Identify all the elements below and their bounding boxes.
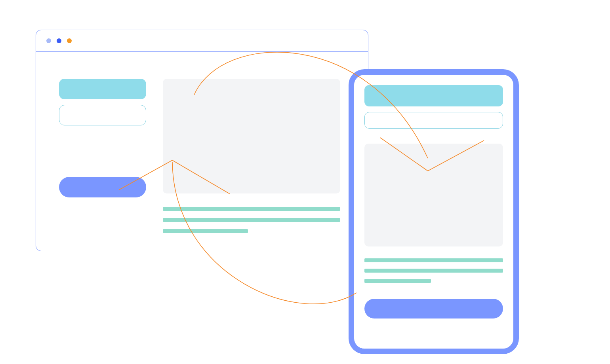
mobile-body — [354, 75, 513, 349]
mobile-cta-button — [364, 299, 503, 318]
text-line — [364, 258, 503, 262]
browser-titlebar — [36, 30, 368, 52]
text-line — [163, 218, 340, 222]
traffic-light-maximize-icon — [67, 38, 72, 43]
browser-cta-button — [59, 177, 146, 197]
browser-hero-block — [163, 79, 340, 193]
browser-sidebar — [59, 79, 146, 197]
browser-text-lines — [163, 207, 340, 233]
browser-body — [36, 52, 368, 251]
text-line — [163, 207, 340, 211]
traffic-light-minimize-icon — [57, 38, 61, 43]
sidebar-item-outline — [59, 105, 146, 125]
mobile-device — [349, 69, 519, 354]
text-line — [163, 229, 248, 233]
mobile-header-filled — [364, 85, 503, 106]
mobile-header-outline — [364, 112, 503, 129]
text-line — [364, 269, 503, 273]
sidebar-item-filled — [59, 79, 146, 99]
mobile-hero-block — [364, 144, 503, 246]
text-line — [364, 279, 431, 283]
diagram-canvas — [0, 0, 610, 364]
mobile-text-lines — [364, 258, 503, 283]
browser-window — [36, 30, 368, 251]
traffic-light-close-icon — [46, 38, 51, 43]
